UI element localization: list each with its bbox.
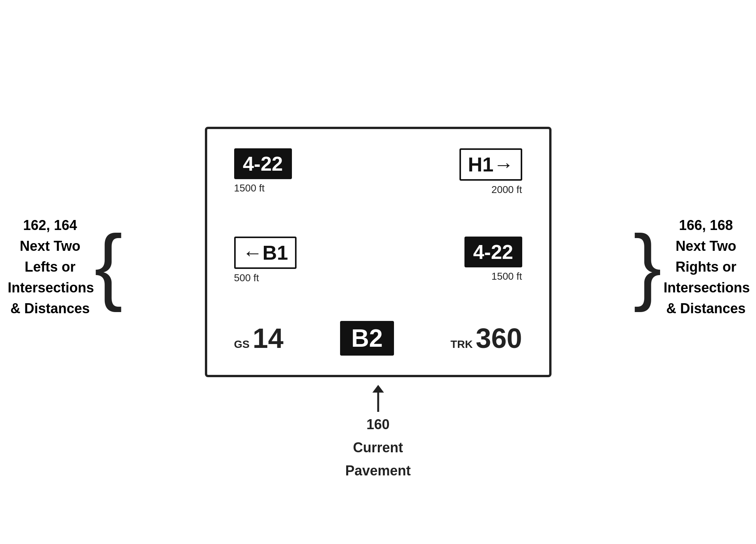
center-sign: B2: [340, 321, 394, 356]
bottom-annotation: 160 Current Pavement: [345, 385, 411, 481]
left-brace: {: [94, 223, 122, 307]
bottom-ref: 160: [366, 414, 389, 435]
right-ref: 166, 168: [664, 215, 748, 236]
top-left-sign: 4-22: [234, 148, 292, 179]
top-left-cell: 4-22 1500 ft: [223, 141, 378, 229]
right-line2: Rights or: [664, 257, 748, 277]
right-brace: }: [634, 223, 662, 307]
display-unit: 4-22 1500 ft H1→ 2000 ft ←B1 500 ft 4-22…: [205, 127, 551, 377]
bottom-line1: Current: [353, 437, 403, 458]
right-line4: & Distances: [664, 298, 748, 319]
right-annotation: 166, 168 Next Two Rights or Intersection…: [664, 215, 748, 319]
trk-value: 360: [476, 322, 522, 354]
left-line1: Next Two: [8, 236, 92, 257]
mid-left-distance: 500 ft: [234, 272, 259, 284]
left-ref: 162, 164: [8, 215, 92, 236]
mid-right-sign: 4-22: [464, 237, 522, 267]
gs-value: 14: [253, 322, 283, 354]
bottom-row: GS 14 B2 TRK 360: [223, 317, 534, 363]
gs-label: GS: [234, 338, 250, 351]
left-line2: Lefts or: [8, 257, 92, 277]
top-right-distance: 2000 ft: [491, 184, 522, 196]
up-arrow-icon: [369, 385, 388, 412]
center-sign-box: B2: [340, 321, 394, 356]
left-line4: & Distances: [8, 298, 92, 319]
gs-section: GS 14: [234, 322, 284, 354]
outer-container: 162, 164 Next Two Lefts or Intersections…: [0, 0, 756, 544]
mid-left-sign: ←B1: [234, 237, 297, 269]
top-left-distance: 1500 ft: [234, 182, 265, 194]
right-line3: Intersections: [664, 277, 748, 298]
mid-left-cell: ←B1 500 ft: [223, 229, 378, 317]
bottom-line2: Pavement: [345, 460, 411, 481]
svg-marker-1: [372, 385, 384, 393]
top-right-cell: H1→ 2000 ft: [378, 141, 534, 229]
mid-right-cell: 4-22 1500 ft: [378, 229, 534, 317]
right-line1: Next Two: [664, 236, 748, 257]
trk-section: TRK 360: [451, 322, 522, 354]
top-right-sign: H1→: [459, 148, 522, 181]
trk-label: TRK: [451, 338, 473, 351]
mid-right-distance: 1500 ft: [491, 270, 522, 282]
left-line3: Intersections: [8, 277, 92, 298]
left-annotation: 162, 164 Next Two Lefts or Intersections…: [8, 215, 92, 319]
